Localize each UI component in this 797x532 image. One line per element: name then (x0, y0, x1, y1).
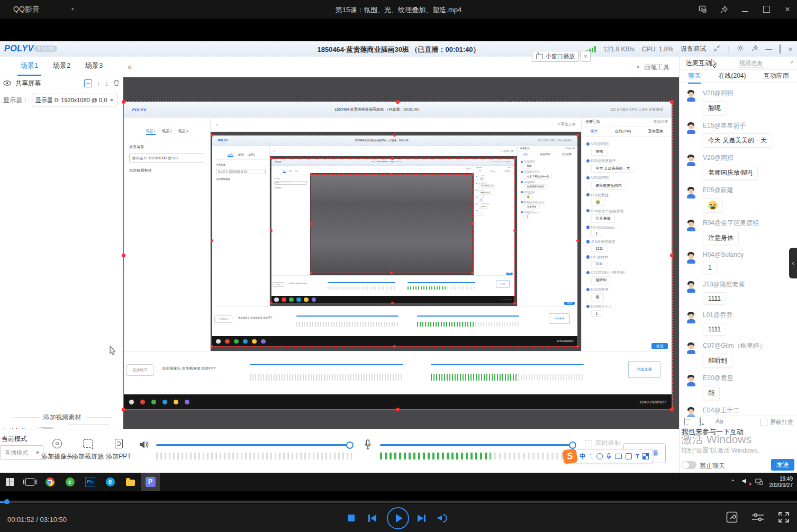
send-button[interactable]: 发送 (771, 459, 794, 471)
sogou-punct-icon[interactable]: ’, (590, 453, 593, 460)
tab-scene-1[interactable]: 场景1 (21, 61, 38, 70)
file-explorer-icon[interactable] (121, 473, 140, 491)
canvas-area: « «画笔工具 POLYV1850464-蓝贵莲商业插画30班 （已直播：00:… (123, 57, 679, 429)
stop-button[interactable] (348, 504, 355, 532)
paint-tools-button[interactable]: 画笔工具 (644, 63, 669, 72)
chat-message: E20@君昱能 (680, 371, 797, 403)
speaker-level-ticks (156, 453, 352, 459)
previous-button[interactable] (368, 504, 376, 532)
polyv-app-icon[interactable]: P (141, 473, 160, 491)
recursive-ui-level-1: POLYV1850464-蓝贵莲商业插画30班 （已直播：00:01:40）12… (124, 102, 672, 409)
tab-chat[interactable]: 聊天 (688, 71, 701, 80)
close-icon[interactable]: × (788, 44, 793, 53)
image-icon[interactable] (700, 418, 701, 426)
minimize-icon[interactable]: — (765, 45, 772, 53)
collapse-source-icon[interactable]: – (84, 79, 92, 87)
tray-chevron-icon[interactable]: ⌃ (730, 479, 735, 485)
close-icon[interactable]: × (783, 5, 792, 14)
chat-message: V20@阿招脸呢 (680, 86, 797, 119)
ppt-icon (115, 439, 123, 448)
mini-mode-icon[interactable] (699, 5, 707, 14)
tab-scene-2[interactable]: 场景2 (53, 61, 70, 70)
add-ppt-button[interactable]: 添加PPT (100, 438, 137, 461)
lianmai-mode-select[interactable]: 视频连麦 (730, 59, 772, 67)
sogou-keyboard-icon[interactable] (615, 454, 622, 459)
share-screen-label: 共享屏幕 (15, 79, 41, 88)
chat-message: C07@Glim（格里姆）能听到 (680, 339, 797, 371)
display-select[interactable]: 显示器 0: 1920x1080 @ 0,0 (32, 94, 117, 106)
chat-username: E15@星星射手 (703, 121, 772, 130)
chat-panel: 连麦互动 视频连麦 ˅ 聊天 在线(204) 互动应用 V20@阿招脸呢E15@… (679, 57, 797, 473)
chat-message: J13@隔壁老崔1111 (680, 277, 797, 308)
chrome-icon[interactable] (40, 473, 59, 491)
polyv-window-video-frame: POLYV 2.10.15 1850464-蓝贵莲商业插画30班 （已直播：00… (0, 41, 797, 491)
settings-gear-icon[interactable] (737, 44, 744, 53)
pin-icon[interactable] (751, 45, 758, 53)
speaker-volume-slider[interactable] (156, 444, 351, 446)
chevron-down-icon[interactable]: ˅ (790, 59, 793, 65)
sogou-toolbox-icon[interactable] (626, 453, 632, 459)
maximize-icon[interactable] (762, 5, 771, 14)
volume-button[interactable] (438, 504, 447, 532)
photoshop-icon[interactable]: Ps (80, 473, 99, 491)
ie-browser-icon[interactable]: e (101, 473, 120, 491)
chat-username: L01@乔乔 (703, 311, 732, 320)
chat-message-list[interactable]: V20@阿招脸呢E15@星星射手今天 又是美美的一天V20@阿招老师国庆放假吗E… (680, 84, 797, 417)
volume-muted-icon[interactable] (742, 478, 749, 486)
avatar (685, 90, 698, 103)
chat-username: J13@隔壁老崔 (703, 280, 745, 289)
sogou-skin-icon[interactable]: T (636, 453, 639, 459)
task-view-button[interactable] (20, 473, 39, 491)
small-window-close-icon[interactable]: × (581, 51, 591, 62)
small-window-play-button[interactable]: 小窗口播放 (532, 51, 579, 62)
taskbar-clock[interactable]: 19:492020/9/27 (769, 476, 793, 489)
start-button[interactable] (0, 473, 19, 491)
play-button[interactable] (387, 504, 409, 532)
tab-online[interactable]: 在线(204) (718, 71, 746, 80)
playback-time: 00:01:52 / 03:10:50 (7, 516, 67, 524)
seek-bar[interactable] (0, 500, 797, 504)
device-test-button[interactable]: 设备调试 (681, 44, 706, 53)
record-simul-checkbox[interactable] (585, 440, 592, 447)
sogou-grid-icon[interactable] (643, 454, 648, 459)
trash-icon[interactable] (113, 79, 120, 88)
minimize-icon[interactable] (741, 5, 749, 14)
network-icon[interactable] (755, 477, 763, 487)
restore-icon[interactable] (780, 45, 781, 53)
forbid-chat-toggle[interactable] (682, 461, 696, 469)
sogou-mic-icon[interactable] (606, 453, 611, 460)
sogou-lang-mode[interactable]: 中 (579, 452, 586, 461)
tab-apps[interactable]: 互动应用 (763, 71, 789, 80)
emoji-icon[interactable] (684, 418, 685, 426)
cpu-usage: CPU: 1.8% (642, 46, 673, 53)
playlist-collapse-handle[interactable]: ‹ (789, 248, 797, 278)
playlist-settings-button[interactable] (751, 512, 764, 525)
browser-360-icon[interactable]: e (60, 473, 79, 491)
chat-input-value[interactable]: 我也来参与一下互动 (682, 427, 744, 437)
toolbox-button[interactable] (726, 511, 738, 525)
mode-select[interactable]: 直播模式 (0, 445, 43, 460)
chat-input[interactable]: 我也来参与一下互动 激活 Windows 转到“设置”以激活 Windows。 (680, 427, 797, 459)
shared-screen-selection[interactable]: POLYV1850464-蓝贵莲商业插画30班 （已直播：00:01:40）12… (123, 102, 672, 410)
sogou-emoji-icon[interactable] (596, 453, 603, 459)
move-up-icon[interactable]: ↑ (97, 79, 101, 87)
bottom-control-strip: 当前模式 直播模式 添加摄像头 添加截屏源 添加PPT 同时录制 结束直播 S … (0, 429, 679, 473)
next-button[interactable] (418, 504, 425, 532)
chat-username: E05@新建 (703, 186, 733, 195)
move-down-icon[interactable]: ↓ (105, 79, 109, 87)
font-icon[interactable]: Aa (716, 418, 723, 425)
collapse-icon[interactable]: « (636, 63, 640, 72)
sogou-logo[interactable]: S (562, 448, 577, 464)
tab-scene-3[interactable]: 场景3 (85, 61, 103, 70)
chat-message: H04@Sulancy1 (680, 248, 797, 277)
pin-icon[interactable] (720, 5, 728, 14)
sogou-input-toolbar[interactable]: S 中 ’, T (563, 449, 653, 463)
fullscreen-button[interactable] (778, 511, 790, 525)
eye-icon[interactable] (3, 80, 11, 87)
windows-watermark-line2: 转到“设置”以激活 Windows。 (681, 446, 764, 455)
block-reward-checkbox[interactable] (760, 419, 767, 426)
collapse-panel-icon[interactable]: « (128, 62, 132, 71)
mic-volume-slider[interactable] (380, 444, 574, 446)
collapse-window-icon[interactable] (713, 45, 720, 53)
avatar (685, 375, 698, 387)
